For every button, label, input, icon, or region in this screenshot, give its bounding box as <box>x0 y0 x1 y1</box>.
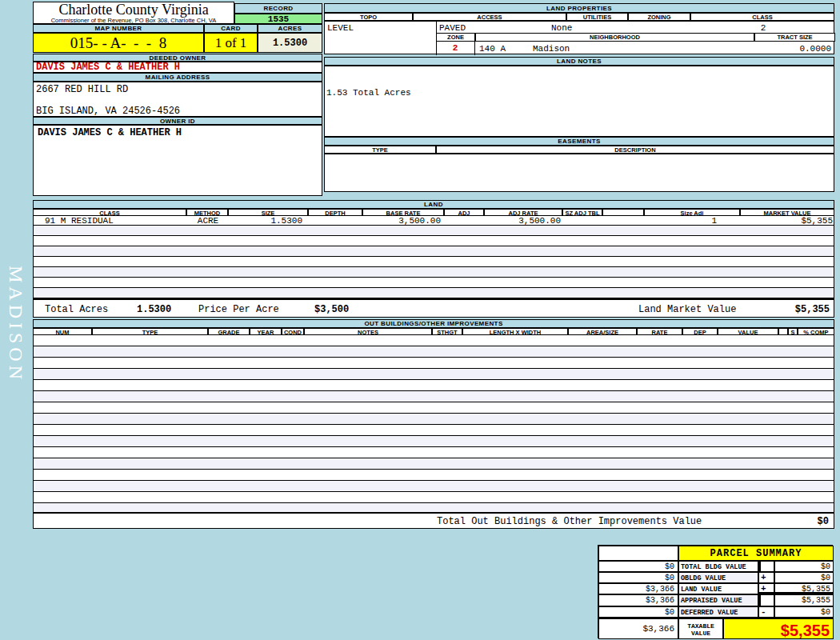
total-bldg-value: $0 <box>774 561 834 572</box>
prior-taxable-value: $3,366 <box>598 618 678 639</box>
neighborhood-name: Madison <box>533 44 570 54</box>
price-per-acre-label: Price Per Acre <box>198 304 279 315</box>
col-sz-adj-tbl: SZ ADJ TBL <box>562 209 602 216</box>
easements-box <box>324 154 834 192</box>
zone-value: 2 <box>436 42 475 55</box>
op-total-bldg <box>758 561 774 572</box>
deferred-value-label: DEFERRED VALUE <box>678 606 758 618</box>
address-line-2: BIG ISLAND, VA 24526-4526 <box>36 106 180 117</box>
col-type: TYPE <box>92 328 208 335</box>
land-value-label: LAND VALUE <box>678 583 758 594</box>
col-spacer <box>778 328 788 335</box>
easements-header: EASEMENTS <box>324 137 834 146</box>
class-value: 2 <box>691 23 835 33</box>
op-deferred: - <box>758 606 774 618</box>
col-s: S <box>788 328 798 335</box>
card-value: 1 of 1 <box>204 33 258 53</box>
land-table-empty-rows <box>33 226 834 299</box>
acres-value: 1.5300 <box>258 33 322 53</box>
mailing-address-box: 2667 RED HILL RD BIG ISLAND, VA 24526-45… <box>33 82 322 117</box>
col-dep: DEP <box>682 328 718 335</box>
op-appraised <box>758 594 774 606</box>
class-header: CLASS <box>690 13 834 21</box>
appraised-value-label: APPRAISED VALUE <box>678 594 758 606</box>
col-year: YEAR <box>250 328 282 335</box>
taxable-value: $5,355 <box>723 618 834 639</box>
land-notes-header: LAND NOTES <box>324 57 834 66</box>
easement-type-header: TYPE <box>324 146 436 154</box>
neighborhood-code: 140 A <box>479 44 506 54</box>
district-watermark: MADISON <box>5 266 26 386</box>
land-totals-row: Total Acres 1.5300 Price Per Acre $3,500… <box>33 299 834 318</box>
card-header: CARD <box>204 24 258 33</box>
map-number-header: MAP NUMBER <box>33 24 204 33</box>
access-value: PAVED <box>439 23 466 33</box>
address-line-1: 2667 RED HILL RD <box>36 84 128 95</box>
land-size-adj: 1 <box>645 216 717 226</box>
land-table-row: 91 M RESIDUAL ACRE 1.5300 3,500.00 3,500… <box>33 216 834 226</box>
col-base-rate: BASE RATE <box>362 209 444 216</box>
land-properties-header: LAND PROPERTIES <box>324 3 834 13</box>
land-adj-rate: 3,500.00 <box>485 216 561 226</box>
out-buildings-total-value: $0 <box>818 516 829 527</box>
acres-header: ACRES <box>258 24 322 33</box>
zone-header: ZONE <box>436 33 475 42</box>
land-method: ACRE <box>187 216 229 226</box>
parcel-summary-table: PARCEL SUMMARY $0 TOTAL BLDG VALUE $0 $0… <box>598 545 833 638</box>
prior-obldg-value: $0 <box>598 572 678 583</box>
parcel-summary-title: PARCEL SUMMARY <box>678 546 834 561</box>
col-notes: NOTES <box>304 328 432 335</box>
owner-id-header: OWNER ID <box>33 117 322 125</box>
tract-size-value: 0.0000 <box>754 44 831 54</box>
land-class: 91 M RESIDUAL <box>45 216 114 226</box>
land-size: 1.5300 <box>229 216 302 226</box>
col-sthgt: STHGT <box>432 328 462 335</box>
map-number-value: 015- - A- - - 8 <box>33 33 204 53</box>
col-cond: COND <box>282 328 304 335</box>
land-properties-values: LEVEL PAVED None 2 ZONE NEIGHBORHOOD TRA… <box>324 21 834 54</box>
col-blank <box>602 209 644 216</box>
price-per-acre-value: $3,500 <box>314 304 349 315</box>
topo-header: TOPO <box>324 13 413 21</box>
total-acres-label: Total Acres <box>45 304 108 315</box>
land-market-value-label: Land Market Value <box>638 304 736 315</box>
prior-deferred-value: $0 <box>598 606 678 618</box>
out-buildings-total-row: Total Out Buildings & Other Improvements… <box>33 513 834 529</box>
mailing-address-header: MAILING ADDRESS <box>33 73 322 82</box>
county-title: Charlotte County Virginia <box>34 2 234 18</box>
topo-value: LEVEL <box>327 23 354 33</box>
land-base-rate: 3,500.00 <box>363 216 441 226</box>
total-acres-value: 1.5300 <box>137 304 171 315</box>
total-bldg-value-label: TOTAL BLDG VALUE <box>678 561 758 572</box>
appraised-value: $5,355 <box>774 594 834 606</box>
land-market-value: $5,355 <box>765 216 833 226</box>
county-title-box: Charlotte County Virginia Commissioner o… <box>33 2 234 24</box>
access-header: ACCESS <box>413 13 566 21</box>
owner-id-value: DAVIS JAMES C & HEATHER H <box>38 127 182 138</box>
out-buildings-total-label: Total Out Buildings & Other Improvements… <box>437 516 702 527</box>
tract-size-header: TRACT SIZE <box>754 33 835 42</box>
deferred-value: $0 <box>774 606 834 618</box>
col-size-adj: Size Adj <box>644 209 740 216</box>
col-size: SIZE <box>228 209 308 216</box>
taxable-value-label: TAXABLE VALUE <box>678 618 723 639</box>
out-buildings-header: OUT BUILDINGS/OTHER IMPROVEMENTS <box>33 319 834 328</box>
col-adj: ADJ <box>444 209 484 216</box>
record-header: RECORD <box>234 3 322 14</box>
col-market-value: MARKET VALUE <box>740 209 834 216</box>
col-area-size: AREA/SIZE <box>568 328 637 335</box>
utilities-value: None <box>551 23 572 33</box>
op-obldg: + <box>758 572 774 583</box>
commissioner-line: Commissioner of the Revenue, PO Box 308,… <box>34 18 234 24</box>
land-notes-text: 1.53 Total Acres <box>326 88 411 98</box>
record-value: 1535 <box>234 14 322 24</box>
op-land: + <box>758 583 774 594</box>
property-record-card: MADISON Charlotte County Virginia Commis… <box>0 0 840 640</box>
land-table-header: LAND <box>33 200 834 209</box>
prior-total-bldg-value: $0 <box>598 561 678 572</box>
utilities-header: UTILITIES <box>566 13 628 21</box>
owner-id-box: DAVIS JAMES C & HEATHER H <box>33 125 322 196</box>
deeded-owner-value: DAVIS JAMES C & HEATHER H <box>33 62 322 73</box>
col-pct-comp: % COMP <box>798 328 834 335</box>
col-value: VALUE <box>718 328 778 335</box>
